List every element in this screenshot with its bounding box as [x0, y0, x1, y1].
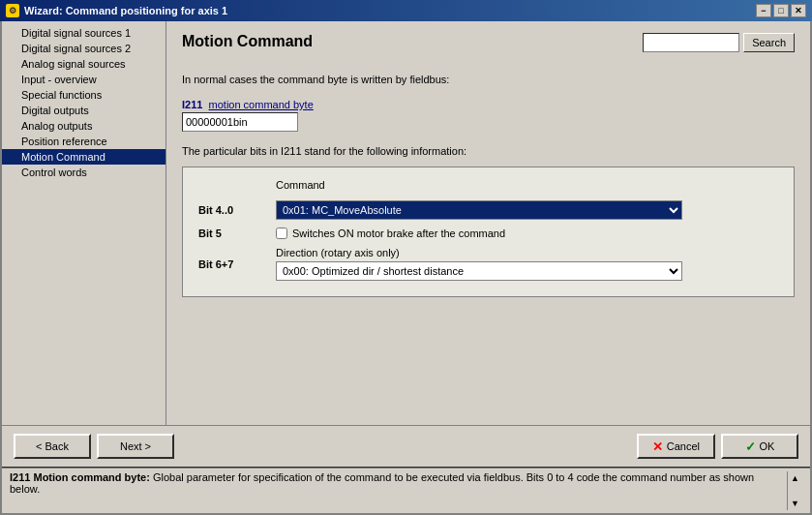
close-button[interactable]: ✕: [791, 4, 806, 17]
bit5-label: Bit 5: [198, 227, 222, 239]
bit5-checkbox-label: Switches ON motor brake after the comman…: [292, 227, 505, 239]
sidebar-item-analog-outputs[interactable]: Analog outputs: [2, 118, 165, 134]
ok-button[interactable]: ✓ OK: [721, 434, 798, 459]
status-bar-bold: I211 Motion command byte:: [10, 471, 150, 483]
title-icon: ⚙: [6, 4, 19, 17]
search-button[interactable]: Search: [743, 33, 795, 52]
window-title: Wizard: Command positioning for axis 1: [24, 5, 756, 16]
bit5-row: Bit 5 Switches ON motor brake after the …: [198, 224, 778, 243]
ok-label: OK: [760, 440, 775, 452]
bit67-control-cell: Direction (rotary axis only) 0x00: Optim…: [276, 243, 778, 285]
main-panel: Motion Command Search In normal cases th…: [166, 21, 810, 425]
sidebar-item-digital-sources-1[interactable]: Digital signal sources 1: [2, 25, 165, 41]
bit40-select[interactable]: 0x01: MC_MoveAbsolute 0x02: MC_MoveRelat…: [276, 200, 682, 220]
sidebar-item-digital-sources-2[interactable]: Digital signal sources 2: [2, 41, 165, 56]
maximize-button[interactable]: □: [773, 4, 789, 17]
back-button[interactable]: < Back: [14, 434, 91, 459]
cancel-icon: ✕: [652, 439, 663, 454]
scroll-down-icon[interactable]: ▼: [791, 499, 799, 508]
i211-label: I211 motion command byte: [182, 99, 795, 110]
bit40-control-cell: 0x01: MC_MoveAbsolute 0x02: MC_MoveRelat…: [276, 197, 778, 224]
bit67-label: Bit 6+7: [198, 258, 233, 270]
ok-icon: ✓: [745, 439, 756, 454]
bit67-label-cell: Bit 6+7: [198, 243, 276, 285]
col-command: Command: [276, 179, 778, 197]
content-area: Digital signal sources 1 Digital signal …: [2, 21, 810, 425]
sidebar-item-input-overview[interactable]: Input - overview: [2, 72, 165, 87]
i211-value-input[interactable]: [182, 112, 298, 132]
info-text: In normal cases the command byte is writ…: [182, 74, 795, 85]
sidebar: Digital signal sources 1 Digital signal …: [2, 21, 166, 425]
search-input[interactable]: [643, 33, 739, 52]
title-bar: ⚙ Wizard: Command positioning for axis 1…: [0, 0, 812, 21]
header-row: Motion Command Search: [182, 33, 795, 62]
search-area: Search: [643, 33, 795, 52]
status-scrollbar[interactable]: ▲ ▼: [787, 471, 802, 510]
sidebar-item-position-reference[interactable]: Position reference: [2, 134, 165, 149]
main-window: Digital signal sources 1 Digital signal …: [0, 21, 812, 515]
bit67-select[interactable]: 0x00: Optimized dir / shortest distance …: [276, 261, 682, 281]
col-bit: [198, 179, 276, 197]
minimize-button[interactable]: −: [756, 4, 771, 17]
window-controls: − □ ✕: [756, 4, 806, 17]
sidebar-item-control-words[interactable]: Control words: [2, 165, 165, 180]
bits-info-text: The particular bits in I211 stand for th…: [182, 145, 795, 157]
bits-table: Command Bit 4..0 0x01:: [198, 179, 778, 285]
sidebar-item-analog-sources[interactable]: Analog signal sources: [2, 56, 165, 72]
bit40-row: Bit 4..0 0x01: MC_MoveAbsolute 0x02: MC_…: [198, 197, 778, 224]
bottom-left-buttons: < Back Next >: [14, 434, 174, 459]
panel-title: Motion Command: [182, 33, 313, 50]
cancel-button[interactable]: ✕ Cancel: [637, 434, 715, 459]
bit5-label-cell: Bit 5: [198, 224, 276, 243]
next-button[interactable]: Next >: [97, 434, 174, 459]
bottom-right-buttons: ✕ Cancel ✓ OK: [637, 434, 798, 459]
bit5-checkbox-row: Switches ON motor brake after the comman…: [276, 227, 778, 239]
bit40-label-cell: Bit 4..0: [198, 197, 276, 224]
i211-sublabel: motion command byte: [209, 99, 314, 110]
bit40-label: Bit 4..0: [198, 204, 233, 216]
i211-row: I211 motion command byte: [182, 99, 795, 132]
status-bar: I211 Motion command byte: Global paramet…: [2, 467, 810, 513]
direction-label: Direction (rotary axis only): [276, 247, 778, 258]
i211-id: I211: [182, 99, 202, 110]
sidebar-item-special-functions[interactable]: Special functions: [2, 87, 165, 103]
bits-panel: Command Bit 4..0 0x01:: [182, 167, 795, 297]
status-bar-text: I211 Motion command byte: Global paramet…: [10, 471, 787, 495]
sidebar-item-motion-command[interactable]: Motion Command: [2, 149, 165, 165]
bottom-bar: < Back Next > ✕ Cancel ✓ OK: [2, 425, 810, 467]
bit67-row: Bit 6+7 Direction (rotary axis only) 0x0…: [198, 243, 778, 285]
bit40-dropdown-cell: 0x01: MC_MoveAbsolute 0x02: MC_MoveRelat…: [276, 200, 778, 220]
bit67-dropdown-cell: 0x00: Optimized dir / shortest distance …: [276, 261, 778, 281]
cancel-label: Cancel: [667, 440, 700, 452]
bit5-control-cell: Switches ON motor brake after the comman…: [276, 224, 778, 243]
bit5-checkbox[interactable]: [276, 227, 287, 239]
scroll-up-icon[interactable]: ▲: [791, 473, 799, 483]
sidebar-item-digital-outputs[interactable]: Digital outputs: [2, 103, 165, 118]
